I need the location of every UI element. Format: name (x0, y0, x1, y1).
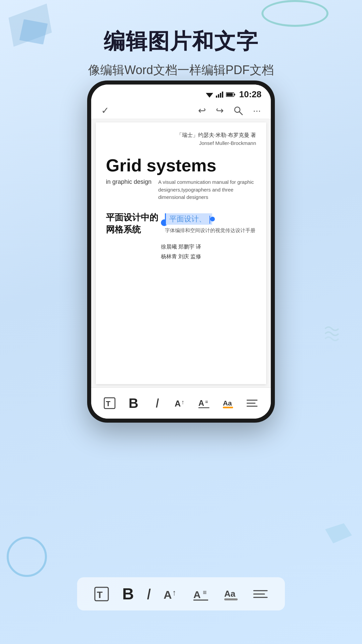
translator-info: 徐晨曦 郑鹏宇 译 杨林青 刘庆 监修 (106, 242, 256, 262)
check-button[interactable]: ✓ (101, 105, 109, 116)
document-page: 「瑞士」约瑟夫·米勒·布罗克曼 著 Jonsef Muller-Brockman… (96, 122, 266, 384)
page-title: 编辑图片和文字 (0, 27, 362, 56)
bottom-font-size-button[interactable]: A ↑ (164, 586, 181, 602)
bg-wave-decoration (322, 322, 349, 342)
bottom-font-size-icon: A ↑ (164, 586, 181, 602)
font-size-up-icon: A ↑ (175, 397, 187, 410)
redo-button[interactable]: ↪ (216, 105, 224, 116)
font-scale-button[interactable]: A ≡ (195, 394, 214, 413)
bottom-italic-button[interactable]: I (146, 585, 151, 603)
svg-text:Aa: Aa (223, 399, 232, 407)
bottom-font-scale-icon: A ≡ (193, 586, 211, 602)
svg-rect-6 (226, 93, 233, 96)
bottom-textbox-icon: T (94, 586, 110, 602)
bottom-font-color-icon: Aa (224, 586, 240, 602)
font-color-button[interactable]: Aa (219, 394, 238, 413)
page-subtitle: 像编辑Word文档一样编辑PDF文档 (0, 62, 362, 78)
subtitle-english: in graphic design (106, 178, 152, 201)
italic-button[interactable]: I (148, 394, 167, 413)
status-time: 10:28 (239, 89, 262, 100)
bold-button[interactable]: B (124, 394, 143, 413)
svg-text:↑: ↑ (172, 588, 176, 597)
phone-screen: 10:28 ✓ ↩ ↪ ··· 「瑞士」约瑟夫·米勒·布罗克曼 著 (91, 85, 271, 419)
bottom-align-icon (252, 586, 268, 602)
selected-text[interactable]: 平面设计、 (168, 214, 207, 224)
svg-rect-3 (220, 93, 221, 98)
bottom-toolbar: T B I A ↑ A ≡ Aa (77, 577, 285, 610)
status-icons (206, 92, 235, 98)
svg-rect-30 (224, 598, 238, 600)
svg-text:A: A (198, 399, 204, 408)
svg-rect-18 (223, 407, 233, 408)
bottom-bold-button[interactable]: B (122, 585, 134, 603)
svg-line-9 (239, 112, 242, 115)
svg-marker-0 (206, 93, 213, 98)
signal-icon (216, 92, 223, 98)
bottom-align-button[interactable] (252, 586, 268, 602)
svg-rect-2 (218, 94, 219, 98)
title-english: Grid systems (106, 156, 256, 175)
phone-mockup: 10:28 ✓ ↩ ↪ ··· 「瑞士」约瑟夫·米勒·布罗克曼 著 (87, 80, 275, 423)
svg-text:A: A (193, 589, 201, 600)
description-english: A visual communication manual for graphi… (158, 178, 256, 201)
align-icon (246, 397, 258, 410)
author-english: Jonsef Muller-Brockmann (106, 140, 256, 146)
svg-text:≡: ≡ (205, 399, 208, 405)
description-chinese: 字体编排和空间设计的视觉传达设计手册 (165, 227, 256, 234)
chinese-section: 平面设计中的网格系统 平面设计、 (106, 211, 256, 236)
svg-text:Aa: Aa (224, 589, 236, 599)
translator-line2: 杨林青 刘庆 监修 (106, 252, 256, 262)
align-button[interactable] (243, 394, 261, 413)
svg-rect-7 (234, 94, 235, 95)
status-bar: 10:28 (91, 85, 271, 102)
battery-icon (226, 92, 235, 97)
bg-decoration-5 (325, 523, 352, 543)
svg-rect-1 (216, 96, 217, 98)
textbox-icon: T (103, 397, 116, 410)
author-chinese: 「瑞士」约瑟夫·米勒·布罗克曼 著 (106, 132, 256, 139)
bottom-font-scale-button[interactable]: A ≡ (193, 586, 211, 602)
bg-decoration-4 (7, 537, 47, 577)
author-section: 「瑞士」约瑟夫·米勒·布罗克曼 著 Jonsef Muller-Brockman… (106, 132, 256, 146)
svg-text:T: T (106, 399, 111, 408)
bottom-font-color-button[interactable]: Aa (224, 586, 240, 602)
subtitle-row: in graphic design A visual communication… (106, 178, 256, 201)
svg-text:A: A (175, 399, 181, 408)
svg-text:A: A (164, 588, 172, 601)
title-chinese: 平面设计中的网格系统 (106, 211, 158, 236)
phone-frame: 10:28 ✓ ↩ ↪ ··· 「瑞士」约瑟夫·米勒·布罗克曼 著 (87, 80, 275, 423)
app-toolbar: ✓ ↩ ↪ ··· (91, 102, 271, 119)
header-section: 编辑图片和文字 像编辑Word文档一样编辑PDF文档 (0, 27, 362, 78)
svg-rect-4 (222, 92, 223, 98)
bottom-textbox-button[interactable]: T (94, 586, 110, 602)
undo-button[interactable]: ↩ (198, 105, 206, 116)
font-scale-icon: A ≡ (198, 397, 211, 410)
svg-text:T: T (97, 590, 103, 600)
wifi-icon (206, 92, 213, 98)
textbox-button[interactable]: T (100, 394, 119, 413)
bg-decoration-3 (261, 0, 328, 27)
search-button[interactable] (234, 106, 243, 115)
svg-text:≡: ≡ (203, 589, 207, 596)
font-size-up-button[interactable]: A ↑ (172, 394, 190, 413)
format-toolbar: T B I A ↑ A (91, 387, 271, 419)
translator-line1: 徐晨曦 郑鹏宇 译 (106, 242, 256, 252)
bottom-toolbar-section: T B I A ↑ A ≡ Aa (77, 577, 285, 610)
more-button[interactable]: ··· (253, 105, 261, 116)
font-color-icon: Aa (222, 397, 235, 410)
svg-text:↑: ↑ (181, 399, 184, 406)
document-content: 「瑞士」约瑟夫·米勒·布罗克曼 著 Jonsef Muller-Brockman… (91, 119, 271, 387)
selection-handle-right (210, 217, 215, 221)
